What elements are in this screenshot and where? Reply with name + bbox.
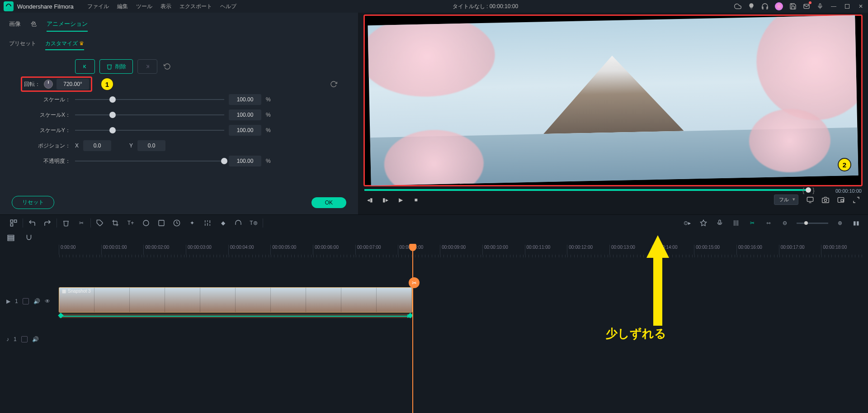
play-icon[interactable]: ▶ (397, 196, 404, 204)
tab-animation[interactable]: アニメーション (47, 20, 88, 32)
track-type-video-icon: ▶ (6, 298, 10, 304)
menu-file[interactable]: ファイル (87, 3, 109, 10)
opacity-slider[interactable] (75, 157, 224, 166)
close-icon[interactable]: ✕ (857, 3, 864, 10)
crop-icon[interactable] (111, 218, 120, 228)
subtab-customize[interactable]: カスタマイズ♛ (45, 40, 84, 50)
marker-icon[interactable] (699, 218, 708, 228)
menu-edit[interactable]: 編集 (117, 3, 128, 10)
next-keyframe-button[interactable] (137, 59, 157, 74)
fullscreen-icon[interactable] (853, 196, 860, 204)
preview-viewport[interactable]: 2 (363, 14, 863, 186)
fit-icon[interactable]: ▮▮ (852, 218, 861, 228)
mic-icon[interactable] (816, 3, 824, 10)
menu-tools[interactable]: ツール (136, 3, 152, 10)
delete-icon[interactable] (61, 218, 71, 228)
track-lock-icon[interactable] (23, 298, 29, 304)
opacity-input[interactable] (229, 156, 261, 166)
rotation-knob[interactable] (44, 80, 53, 89)
video-clip[interactable]: ▦ Snapshot 3 (59, 287, 412, 313)
scale-slider[interactable] (75, 95, 224, 104)
maximize-icon[interactable] (844, 3, 851, 10)
support-icon[interactable] (761, 3, 769, 10)
keyframe-reset-icon[interactable] (164, 63, 171, 70)
track-visibility-icon[interactable]: 👁 (45, 298, 50, 304)
scalex-input[interactable] (229, 109, 261, 120)
snap-icon[interactable]: ✂ (748, 218, 757, 228)
snapshot-icon[interactable] (822, 196, 829, 204)
render-icon[interactable]: ⊙▸ (683, 218, 692, 228)
ok-button[interactable]: OK (311, 197, 346, 208)
link-icon[interactable]: ⇿ (764, 218, 773, 228)
zoom-out-icon[interactable]: ⊖ (780, 218, 789, 228)
zoom-slider[interactable] (797, 223, 828, 224)
next-frame-icon[interactable]: ▮▸ (382, 196, 389, 204)
prev-frame-icon[interactable]: ◂▮ (366, 196, 373, 204)
record-icon[interactable] (715, 218, 724, 228)
scalex-slider[interactable] (75, 110, 224, 119)
position-y-input[interactable] (137, 140, 165, 151)
quality-dropdown[interactable]: フル (774, 195, 798, 205)
position-x-input[interactable] (83, 140, 111, 151)
timeline-subtoolbar (0, 231, 868, 245)
video-track-index: 1 (15, 298, 18, 304)
user-avatar[interactable] (775, 2, 783, 10)
menu-help[interactable]: ヘルプ (220, 3, 236, 10)
speed-icon[interactable] (172, 218, 181, 228)
titlebar-actions: ― ✕ (734, 2, 864, 10)
tab-color[interactable]: 色 (31, 20, 37, 32)
audio-icon[interactable] (234, 218, 243, 228)
inspector-tabs: 画像 色 アニメーション (7, 17, 351, 34)
playhead-scissors-icon[interactable]: ✂ (409, 277, 420, 288)
adjust-icon[interactable] (203, 218, 212, 228)
scale-input[interactable] (229, 94, 261, 105)
scaley-input[interactable] (229, 125, 261, 136)
magnet-icon[interactable] (24, 233, 33, 242)
tab-image[interactable]: 画像 (9, 20, 21, 32)
mail-icon[interactable] (803, 3, 810, 10)
pip-icon[interactable] (837, 196, 844, 204)
rotation-reset-icon[interactable] (330, 81, 337, 88)
audio-track: ♪ 1 🔊 (0, 325, 868, 353)
track-mute-icon[interactable]: 🔊 (33, 298, 40, 304)
save-icon[interactable] (789, 3, 797, 10)
tips-icon[interactable] (748, 3, 755, 10)
keyframe-icon[interactable]: ◆ (218, 218, 227, 228)
rotation-input[interactable] (57, 79, 89, 90)
delete-keyframe-button[interactable]: 削除 (99, 59, 133, 74)
timeline-ruler[interactable]: 0:00:00 00:00:01:00 00:00:02:00 00:00:03… (59, 245, 863, 255)
stop-icon[interactable]: ■ (412, 196, 420, 204)
color-icon[interactable] (142, 218, 151, 228)
reset-button[interactable]: リセット (12, 196, 54, 209)
zoom-in-icon[interactable]: ⊕ (835, 218, 844, 228)
voiceover-icon[interactable]: T⊚ (249, 218, 258, 228)
redo-icon[interactable] (43, 218, 52, 228)
mask-icon[interactable] (157, 218, 166, 228)
menu-view[interactable]: 表示 (160, 3, 171, 10)
menu-export[interactable]: エクスポート (179, 3, 212, 10)
tracks-icon[interactable] (6, 233, 15, 242)
preview-controls: ◂▮ ▮▸ ▶ ■ フル (363, 192, 863, 206)
display-icon[interactable] (807, 196, 814, 204)
scalex-row: スケールX： % (7, 107, 351, 123)
tag-icon[interactable] (95, 218, 104, 228)
opacity-row: 不透明度： % (7, 153, 351, 169)
undo-icon[interactable] (28, 218, 37, 228)
minimize-icon[interactable]: ― (830, 3, 837, 10)
position-row: ポジション： X Y (7, 138, 351, 153)
effects-icon[interactable]: ✦ (188, 218, 197, 228)
subtab-preset[interactable]: プリセット (9, 40, 36, 50)
timeline-toolbar: ✂ T+ ✦ ◆ T⊚ ⊙▸ ✂ ⇿ ⊖ ⊕ ▮▮ (0, 215, 868, 231)
scaley-slider[interactable] (75, 126, 224, 135)
mixer-icon[interactable] (731, 218, 741, 228)
text-icon[interactable]: T+ (126, 218, 135, 228)
keyframe-lane[interactable] (59, 313, 412, 318)
track-lock-icon[interactable] (21, 336, 28, 342)
preview-scrub-bar[interactable] (364, 189, 808, 191)
cut-icon[interactable]: ✂ (77, 218, 86, 228)
cloud-icon[interactable] (734, 3, 741, 10)
prev-keyframe-button[interactable] (75, 59, 95, 74)
playhead[interactable] (412, 244, 413, 413)
track-mute-icon[interactable]: 🔊 (32, 336, 39, 342)
layout-icon[interactable] (9, 218, 18, 228)
